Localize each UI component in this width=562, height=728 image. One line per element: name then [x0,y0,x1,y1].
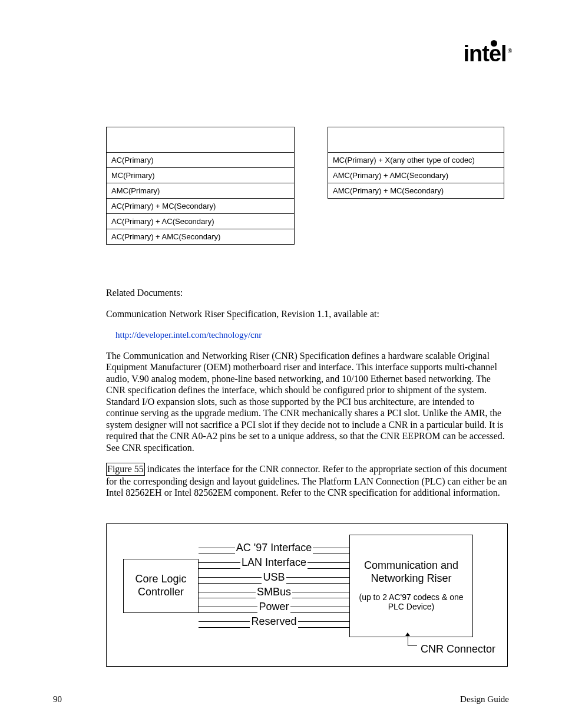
table-cell: MC(Primary) [107,168,295,183]
cnr-riser-box: Communication and Networking Riser (up t… [349,535,473,637]
related-line: Communication Network Riser Specificatio… [106,308,509,320]
port-label: Reserved [250,615,297,628]
footer-label: Design Guide [460,694,509,704]
table-cell: AC(Primary) + AC(Secondary) [107,214,295,229]
related-heading: Related Documents: [106,287,509,299]
body-text: Related Documents: Communication Network… [106,287,509,508]
table-cell: AMC(Primary) [107,183,295,199]
codec-tables: AC(Primary) MC(Primary) AMC(Primary) AC(… [106,127,509,245]
table-cell: AC(Primary) + MC(Secondary) [107,199,295,214]
table-cell: MC(Primary) + X(any other type of codec) [328,153,504,168]
page-number: 90 [53,694,62,704]
paragraph-1: The Communication and Networking Riser (… [106,350,509,454]
core-logic-box: Core Logic Controller [123,559,199,613]
port-label: USB [262,571,286,584]
table-cell: AC(Primary) + AMC(Secondary) [107,229,295,245]
cnr-interface-figure: Core Logic Controller AC '97 Interface L… [106,523,508,667]
port-label: LAN Interface [240,556,308,569]
interface-ports: AC '97 Interface LAN Interface USB SMBus… [199,542,349,630]
paragraph-2: Figure 55 indicates the interface for th… [106,463,509,499]
cnr-connector-label: CNR Connector [404,643,495,655]
cnr-spec-link[interactable]: http://developer.intel.com/technology/cn… [115,330,262,340]
table-cell: AMC(Primary) + MC(Secondary) [328,183,504,199]
document-page: intel® AC(Primary) MC(Primary) AMC(Prima… [0,0,562,728]
port-label: SMBus [256,586,292,598]
invalid-codec-table: MC(Primary) + X(any other type of codec)… [328,127,504,199]
table-cell: AMC(Primary) + AMC(Secondary) [328,168,504,183]
intel-logo: intel® [463,41,511,67]
port-label: AC '97 Interface [235,542,313,554]
page-footer: 90 Design Guide [53,694,509,704]
port-label: Power [257,601,290,613]
valid-codec-table: AC(Primary) MC(Primary) AMC(Primary) AC(… [106,127,295,245]
figure-reference-link[interactable]: Figure 55 [106,463,145,476]
table-cell: AC(Primary) [107,153,295,168]
